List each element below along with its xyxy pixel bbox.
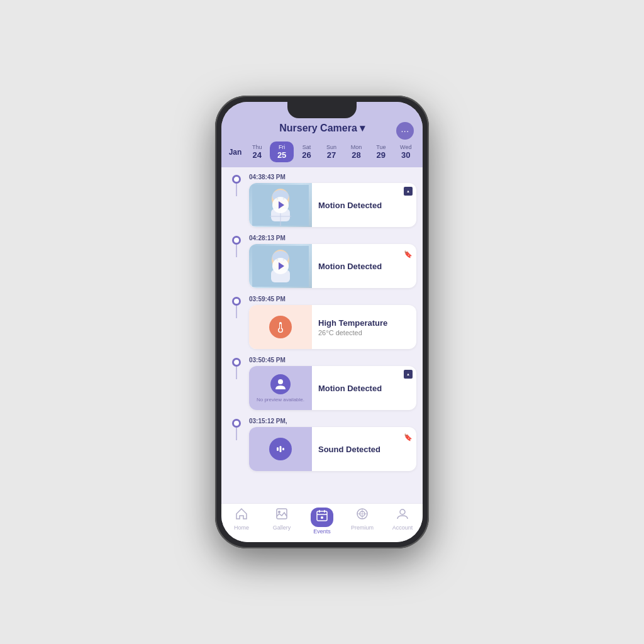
calendar-day-fri[interactable]: Fri 25 — [270, 142, 293, 162]
dropdown-icon[interactable]: ▾ — [360, 122, 365, 134]
event-row-1: 04:38:43 PM — [221, 170, 423, 231]
nav-gallery-label: Gallery — [273, 525, 291, 531]
event-badge-4 — [404, 370, 413, 379]
timeline-line-3 — [236, 306, 237, 318]
header-title: Nursery Camera ▾ — [279, 122, 365, 134]
event-row-3: 03:59:45 PM — [221, 292, 423, 353]
svg-point-19 — [279, 329, 282, 332]
event-card-3[interactable]: High Temperature 26°C detected — [249, 305, 416, 349]
nav-account[interactable]: Account — [382, 508, 423, 535]
day-name-thu: Thu — [247, 144, 267, 150]
timeline-2 — [228, 235, 245, 257]
event-thumb-1[interactable] — [249, 183, 312, 227]
day-name-fri: Fri — [271, 144, 292, 150]
bottom-nav: Home Gallery — [221, 503, 423, 542]
events-list: 04:38:43 PM — [221, 167, 423, 503]
calendar-day-wed[interactable]: Wed 30 — [394, 142, 418, 162]
timeline-dot-3 — [232, 297, 241, 306]
upload-badge-4 — [404, 370, 413, 379]
event-time-card-4: 03:50:45 PM No preview availab — [249, 357, 416, 410]
event-badge-1 — [404, 187, 413, 196]
day-num-wed: 30 — [396, 150, 416, 160]
svg-point-26 — [278, 511, 280, 513]
event-thumb-2[interactable] — [249, 244, 312, 288]
account-icon — [396, 508, 409, 523]
timeline-dot-2 — [232, 236, 241, 245]
timeline-dot-5 — [232, 419, 241, 428]
event-sublabel-3: 26°C detected — [318, 329, 387, 336]
play-button-2[interactable] — [272, 258, 289, 274]
home-icon — [235, 508, 248, 523]
person-icon — [270, 374, 291, 394]
event-label-4: Motion Detected — [318, 384, 382, 393]
event-time-1: 04:38:43 PM — [249, 174, 416, 180]
day-num-thu: 24 — [247, 150, 267, 160]
day-num-mon: 28 — [346, 150, 367, 160]
ellipsis-icon: ··· — [401, 126, 409, 136]
event-label-3: High Temperature — [318, 318, 387, 328]
day-name-wed: Wed — [396, 144, 416, 150]
nav-events-label: Events — [313, 528, 331, 535]
day-num-tue: 29 — [370, 150, 391, 160]
upload-badge-1 — [404, 187, 413, 196]
sound-svg — [274, 442, 287, 456]
more-menu-button[interactable]: ··· — [396, 122, 414, 140]
timeline-3 — [228, 296, 245, 318]
thermo-svg — [274, 321, 287, 333]
event-badge-2: 🔖 — [404, 248, 413, 259]
event-card-5[interactable]: Sound Detected 🔖 — [249, 427, 416, 471]
nav-premium[interactable]: Premium — [342, 508, 382, 535]
calendar-day-sat[interactable]: Sat 26 — [295, 142, 318, 162]
event-card-4[interactable]: No preview available. Motion Detected — [249, 366, 416, 410]
thermometer-icon — [269, 316, 292, 338]
day-num-sun: 27 — [321, 150, 341, 160]
calendar-day-thu[interactable]: Thu 24 — [245, 142, 269, 162]
person-svg — [274, 378, 287, 391]
svg-point-20 — [278, 379, 283, 384]
calendar-day-mon[interactable]: Mon 28 — [345, 142, 368, 162]
event-card-2[interactable]: Motion Detected 🔖 — [249, 244, 416, 288]
nav-events[interactable]: Events — [302, 508, 342, 535]
event-thumb-5 — [249, 427, 312, 471]
svg-rect-27 — [317, 511, 327, 521]
timeline-line-2 — [236, 245, 237, 257]
day-num-fri: 25 — [271, 150, 292, 160]
event-time-5: 03:15:12 PM, — [249, 418, 416, 425]
day-name-mon: Mon — [346, 144, 367, 150]
event-time-2: 04:28:13 PM — [249, 235, 416, 242]
event-label-1: Motion Detected — [318, 201, 382, 210]
event-time-card-5: 03:15:12 PM, — [249, 418, 416, 471]
phone-frame: Nursery Camera ▾ ··· Jan Thu 24 Fri 25 S… — [215, 96, 429, 548]
day-name-tue: Tue — [370, 144, 391, 150]
person-icon-wrap: No preview available. — [257, 374, 304, 402]
event-info-1: Motion Detected — [312, 183, 416, 227]
events-icon — [316, 509, 328, 525]
event-row-2: 04:28:13 PM — [221, 231, 423, 292]
premium-icon — [356, 508, 369, 523]
gallery-icon — [275, 508, 288, 523]
event-time-4: 03:50:45 PM — [249, 357, 416, 364]
sound-icon — [269, 438, 292, 460]
play-button-1[interactable] — [272, 197, 289, 213]
event-row-4: 03:50:45 PM No preview availab — [221, 353, 423, 414]
event-row-5: 03:15:12 PM, — [221, 414, 423, 475]
calendar-day-tue[interactable]: Tue 29 — [369, 142, 392, 162]
calendar-strip: Jan Thu 24 Fri 25 Sat 26 Sun 27 Mon 28 — [221, 139, 423, 167]
event-info-4: Motion Detected — [312, 366, 416, 410]
day-name-sun: Sun — [321, 144, 341, 150]
nav-home[interactable]: Home — [221, 508, 262, 535]
timeline-line-4 — [236, 367, 237, 379]
nav-gallery[interactable]: Gallery — [262, 508, 302, 535]
timeline-line-1 — [236, 184, 237, 196]
nav-account-label: Account — [392, 525, 413, 531]
event-time-card-3: 03:59:45 PM — [249, 296, 416, 349]
event-time-card-1: 04:38:43 PM — [249, 174, 416, 227]
day-num-sat: 26 — [296, 150, 317, 160]
svg-rect-24 — [282, 448, 284, 450]
month-label: Jan — [226, 148, 244, 157]
event-info-2: Motion Detected 🔖 — [312, 244, 416, 288]
timeline-4 — [228, 357, 245, 379]
event-card-1[interactable]: Motion Detected — [249, 183, 416, 227]
event-label-5: Sound Detected — [318, 445, 380, 454]
calendar-day-sun[interactable]: Sun 27 — [319, 142, 343, 162]
